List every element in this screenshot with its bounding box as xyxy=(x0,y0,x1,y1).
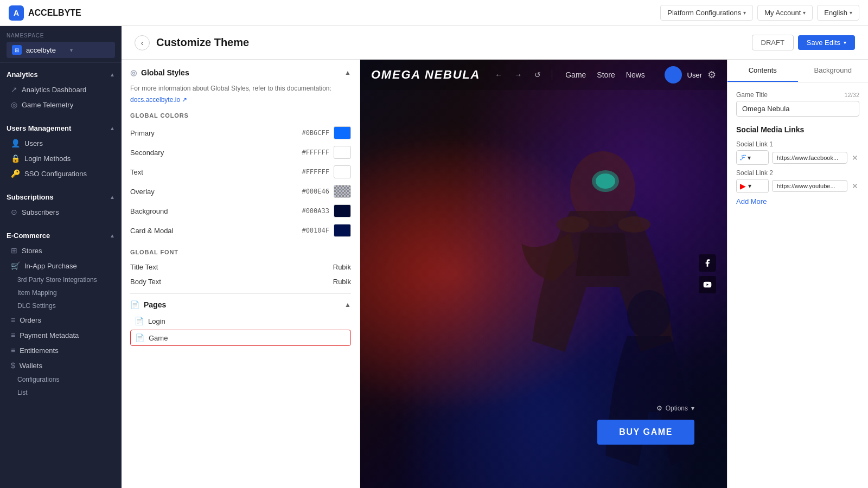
header-actions: DRAFT Save Edits ▾ xyxy=(752,35,856,50)
social-link-1-label: Social Link 1 xyxy=(736,140,859,148)
sidebar-item-analytics-dashboard[interactable]: ↗ Analytics Dashboard xyxy=(0,82,122,97)
hero-content: BUY GAME xyxy=(393,420,694,445)
chevron-down-icon: ▾ xyxy=(70,47,110,53)
nav-controls: ← → ↺ xyxy=(491,67,554,82)
orders-icon: ≡ xyxy=(11,316,15,324)
sidebar-item-subscribers[interactable]: ⊙ Subscribers xyxy=(0,204,122,220)
youtube-social-icon[interactable] xyxy=(699,276,716,293)
pages-section-header[interactable]: 📄 Pages ▲ xyxy=(130,293,351,313)
analytics-header[interactable]: Analytics ▲ xyxy=(0,67,122,82)
color-row-background: Background #000A33 xyxy=(130,201,351,221)
back-button[interactable]: ‹ xyxy=(135,35,150,50)
sidebar-sub-item-dlc-settings[interactable]: DLC Settings xyxy=(0,299,122,312)
social-url-input-1[interactable] xyxy=(772,152,847,164)
game-navigation: OMEGA NEBULA ← → ↺ Game Store News xyxy=(360,60,727,90)
settings-icon[interactable]: ⚙ xyxy=(707,69,716,81)
nav-back-button[interactable]: ← xyxy=(491,67,506,82)
users-header[interactable]: Users Management ▲ xyxy=(0,121,122,136)
page-item-login[interactable]: 📄 Login xyxy=(130,313,351,329)
subscriptions-label: Subscriptions xyxy=(7,193,54,201)
sidebar-item-wallets[interactable]: $ Wallets xyxy=(0,358,122,373)
chevron-down-icon: ▾ xyxy=(850,10,852,16)
platform-config-button[interactable]: Platform Configurations ▾ xyxy=(660,5,753,21)
save-button[interactable]: Save Edits ▾ xyxy=(798,35,855,50)
sidebar-sub-item-3rd-party[interactable]: 3rd Party Store Integrations xyxy=(0,273,122,286)
options-button[interactable]: ⚙ Options ▾ xyxy=(656,404,694,412)
color-row-text: Text #FFFFFF xyxy=(130,162,351,182)
page-icon: 📄 xyxy=(135,333,144,342)
tab-contents[interactable]: Contents xyxy=(727,60,798,82)
color-swatch-checkered[interactable] xyxy=(334,185,351,198)
color-hex: #FFFFFF xyxy=(302,168,329,176)
sidebar-item-orders[interactable]: ≡ Orders xyxy=(0,312,122,328)
language-button[interactable]: English ▾ xyxy=(817,5,859,21)
game-title-input[interactable] xyxy=(736,101,859,117)
nav-link-game[interactable]: Game xyxy=(565,70,586,79)
left-panel: ◎ Global Styles ▲ For more information a… xyxy=(122,60,360,488)
buy-game-button[interactable]: BUY GAME xyxy=(597,420,694,445)
social-link-2-label: Social Link 2 xyxy=(736,169,859,177)
label-text: Social Link 2 xyxy=(736,169,773,177)
social-platform-select-1[interactable]: 𝓕 ▾ xyxy=(736,150,769,165)
color-row-secondary: Secondary #FFFFFF xyxy=(130,143,351,162)
nav-refresh-button[interactable]: ↺ xyxy=(530,67,545,82)
svg-point-4 xyxy=(618,216,650,233)
nav-link-store[interactable]: Store xyxy=(597,70,615,79)
subscriptions-header[interactable]: Subscriptions ▲ xyxy=(0,190,122,204)
sidebar-sub-item-configurations[interactable]: Configurations xyxy=(0,373,122,386)
sidebar-sub-item-item-mapping[interactable]: Item Mapping xyxy=(0,286,122,299)
label-text: Social Link 1 xyxy=(736,140,773,148)
page-item-game[interactable]: 📄 Game xyxy=(130,330,351,346)
page-item-label: Login xyxy=(148,317,165,325)
draft-button[interactable]: DRAFT xyxy=(752,35,794,50)
facebook-social-icon[interactable] xyxy=(699,254,716,272)
color-row-overlay: Overlay #000E46 xyxy=(130,182,351,201)
social-url-input-2[interactable] xyxy=(772,180,847,192)
color-swatch[interactable] xyxy=(334,204,351,217)
sidebar-item-in-app-purchase[interactable]: 🛒 In-App Purchase xyxy=(0,258,122,273)
remove-social-2-button[interactable]: ✕ xyxy=(851,181,859,191)
namespace-select[interactable]: ⊞ accelbyte ▾ xyxy=(7,42,115,58)
item-label: Wallets xyxy=(20,362,42,370)
item-label: Stores xyxy=(22,247,42,255)
nav-link-news[interactable]: News xyxy=(626,70,645,79)
sidebar-item-users[interactable]: 👤 Users xyxy=(0,136,122,151)
collapse-button[interactable]: ▲ xyxy=(344,301,351,309)
color-swatch[interactable] xyxy=(334,126,351,139)
remove-social-1-button[interactable]: ✕ xyxy=(851,152,859,163)
ecommerce-header[interactable]: E-Commerce ▲ xyxy=(0,228,122,243)
sidebar-item-payment-metadata[interactable]: ≡ Payment Metadata xyxy=(0,328,122,343)
sidebar-item-stores[interactable]: ⊞ Stores xyxy=(0,243,122,258)
sidebar-item-game-telemetry[interactable]: ◎ Game Telemetry xyxy=(0,97,122,112)
social-links-section: Social Media Links Social Link 1 𝓕 ▾ ✕ xyxy=(736,125,859,206)
options-label: Options xyxy=(666,404,688,412)
docs-link[interactable]: docs.accelbyte.io ↗ xyxy=(130,96,187,104)
color-swatch[interactable] xyxy=(334,146,351,159)
account-button[interactable]: My Account ▾ xyxy=(757,5,813,21)
gear-icon: ⚙ xyxy=(656,404,662,412)
font-name: Title Text xyxy=(130,263,158,271)
sidebar-sub-item-list[interactable]: List xyxy=(0,386,122,399)
sidebar-item-entitlements[interactable]: ≡ Entitlements xyxy=(0,343,122,358)
chevron-down-icon: ▾ xyxy=(748,154,751,162)
sidebar-item-sso-configurations[interactable]: 🔑 SSO Configurations xyxy=(0,166,122,181)
tab-background[interactable]: Background xyxy=(798,60,869,82)
sidebar-item-login-methods[interactable]: 🔒 Login Methods xyxy=(0,151,122,166)
collapse-button[interactable]: ▲ xyxy=(344,69,351,76)
color-right: #000E46 xyxy=(302,185,351,198)
global-styles-header: ◎ Global Styles ▲ xyxy=(130,68,351,77)
page-icon: 📄 xyxy=(135,317,144,325)
users-icon: 👤 xyxy=(11,139,20,147)
color-swatch[interactable] xyxy=(334,224,351,237)
wallet-icon: $ xyxy=(11,361,15,370)
color-swatch[interactable] xyxy=(334,165,351,178)
color-name: Secondary xyxy=(130,149,164,157)
facebook-icon: 𝓕 xyxy=(740,153,745,162)
item-label: Users xyxy=(24,139,43,147)
add-more-button[interactable]: Add More xyxy=(736,197,859,206)
logo: A ACCELBYTE xyxy=(9,5,81,21)
right-panel-content: Game Title 12/32 Social Media Links Soci… xyxy=(727,82,868,223)
nav-forward-button[interactable]: → xyxy=(510,67,526,82)
save-label: Save Edits xyxy=(807,38,840,47)
social-platform-select-2[interactable]: ▶ ▾ xyxy=(736,179,769,193)
